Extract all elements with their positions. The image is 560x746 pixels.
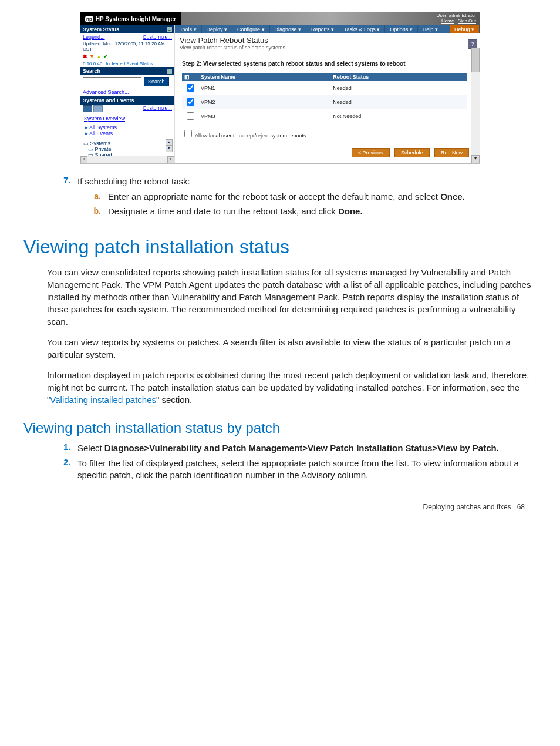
step-number: 2.	[47, 458, 77, 482]
titlebar: hp HP Systems Insight Manager User: admi…	[80, 12, 480, 25]
cell-reboot-status: Needed	[330, 95, 467, 109]
customize-link[interactable]: Customize...	[143, 34, 172, 40]
menu-options[interactable]: Options ▾	[385, 25, 418, 33]
home-link[interactable]: Home	[441, 18, 454, 24]
system-overview-link[interactable]: System Overview	[84, 116, 125, 122]
table-row[interactable]: VPM2 Needed	[182, 95, 467, 109]
scroll-down-icon[interactable]: ▾	[166, 145, 173, 152]
status-icons-row: ✖ ▼ ▲ ✔	[80, 52, 174, 61]
cell-system-name: VPM3	[198, 109, 330, 123]
run-now-button[interactable]: Run Now	[434, 148, 469, 157]
page-number: 68	[517, 503, 525, 511]
tree-private[interactable]: Private	[95, 146, 112, 152]
subsection-heading: Viewing patch installation status by pat…	[23, 420, 537, 436]
updated-timestamp: Updated: Mon, 12/5/2005, 11:15:20 AM CST	[80, 41, 174, 52]
status-counts: 6 10 0 40	[83, 61, 102, 66]
col-reboot-status[interactable]: Reboot Status	[330, 73, 467, 81]
legend-link[interactable]: Legend...	[83, 34, 105, 40]
step-number: 1.	[47, 442, 77, 454]
cell-system-name: VPM2	[198, 95, 330, 109]
menu-tools[interactable]: Tools ▾	[175, 25, 202, 33]
row-checkbox[interactable]	[187, 112, 194, 120]
previous-button[interactable]: < Previous	[352, 148, 390, 157]
menu-reports[interactable]: Reports ▾	[306, 25, 339, 33]
major-icon: ▼	[89, 53, 95, 59]
cell-reboot-status: Needed	[330, 81, 467, 95]
step-number: 7.	[47, 176, 77, 220]
scroll-left-icon: ‹	[80, 156, 87, 163]
search-input[interactable]	[83, 77, 141, 86]
page-subtitle: View patch reboot status of selected sys…	[180, 45, 475, 51]
advanced-search-link[interactable]: Advanced Search...	[83, 89, 129, 95]
substep-letter: a.	[77, 191, 108, 203]
row-checkbox[interactable]	[187, 98, 194, 106]
scroll-down-icon[interactable]: ▾	[471, 155, 480, 163]
body-paragraph: Information displayed in patch reports i…	[23, 369, 537, 406]
col-checkbox[interactable]: ◧	[182, 73, 198, 81]
menubar: Tools ▾ Deploy ▾ Configure ▾ Diagnose ▾ …	[175, 25, 480, 33]
tree-systems[interactable]: Systems	[90, 140, 111, 146]
user-info: User: administrator Home | Sign Out	[436, 14, 476, 24]
hp-logo-icon: hp	[85, 16, 93, 22]
view-toggle-icons[interactable]	[83, 105, 103, 113]
hscrollbar[interactable]: ‹›	[80, 156, 174, 163]
system-status-header: System Status–	[80, 25, 174, 33]
menu-debug[interactable]: Debug ▾	[450, 25, 480, 33]
cell-reboot-status: Not Needed	[330, 109, 467, 123]
scroll-right-icon: ›	[167, 156, 174, 163]
menu-configure[interactable]: Configure ▾	[232, 25, 270, 33]
allow-local-checkbox[interactable]	[184, 130, 192, 137]
menu-diagnose[interactable]: Diagnose ▾	[270, 25, 307, 33]
step-heading: Step 2: View selected systems patch rebo…	[182, 61, 473, 67]
step-content: If scheduling the reboot task: a. Enter …	[77, 176, 537, 220]
table-row[interactable]: VPM1 Needed	[182, 81, 467, 95]
se-customize-link[interactable]: Customize...	[143, 105, 172, 113]
cell-system-name: VPM1	[198, 81, 330, 95]
substep-letter: b.	[77, 206, 108, 217]
sidebar: System Status– Legend...Customize... Upd…	[80, 25, 175, 163]
body-paragraph: You can view consolidated reports showin…	[23, 266, 537, 328]
page-title: View Patch Reboot Status	[180, 36, 475, 45]
section-heading: Viewing patch installation status	[23, 236, 537, 258]
page-footer: Deploying patches and fixes68	[23, 485, 537, 517]
menu-deploy[interactable]: Deploy ▾	[202, 25, 233, 33]
vscrollbar[interactable]: ▴ ▾	[471, 48, 480, 163]
validating-patches-link[interactable]: Validating installed patches	[50, 395, 156, 405]
systems-events-header: Systems and Events	[80, 96, 174, 105]
app-screenshot: hp HP Systems Insight Manager User: admi…	[80, 12, 480, 164]
signout-link[interactable]: Sign Out	[458, 18, 476, 24]
product-name: HP Systems Insight Manager	[96, 16, 176, 22]
table-row[interactable]: VPM3 Not Needed	[182, 109, 467, 123]
all-events-link[interactable]: All Events	[89, 130, 113, 136]
allow-local-label: Allow local user to accept/reject system…	[195, 133, 306, 139]
row-checkbox[interactable]	[187, 84, 194, 92]
col-system-name[interactable]: System Name	[198, 73, 330, 81]
systems-table: ◧ System Name Reboot Status VPM1 Needed	[182, 73, 467, 123]
menu-help[interactable]: Help ▾	[418, 25, 443, 33]
menu-tasks-logs[interactable]: Tasks & Logs ▾	[339, 25, 385, 33]
main-panel: Tools ▾ Deploy ▾ Configure ▾ Diagnose ▾ …	[175, 25, 480, 163]
all-systems-link[interactable]: All Systems	[89, 125, 117, 130]
scroll-thumb[interactable]	[471, 48, 480, 72]
search-button[interactable]: Search	[144, 77, 169, 86]
normal-icon: ✔	[103, 53, 108, 59]
body-paragraph: You can view reports by systems or patch…	[23, 336, 537, 361]
collapse-icon[interactable]: –	[167, 69, 172, 74]
collapse-icon[interactable]: –	[167, 27, 172, 32]
critical-icon: ✖	[83, 53, 87, 59]
search-header: Search–	[80, 67, 174, 75]
minor-icon: ▲	[96, 53, 102, 59]
schedule-button[interactable]: Schedule	[394, 148, 430, 157]
